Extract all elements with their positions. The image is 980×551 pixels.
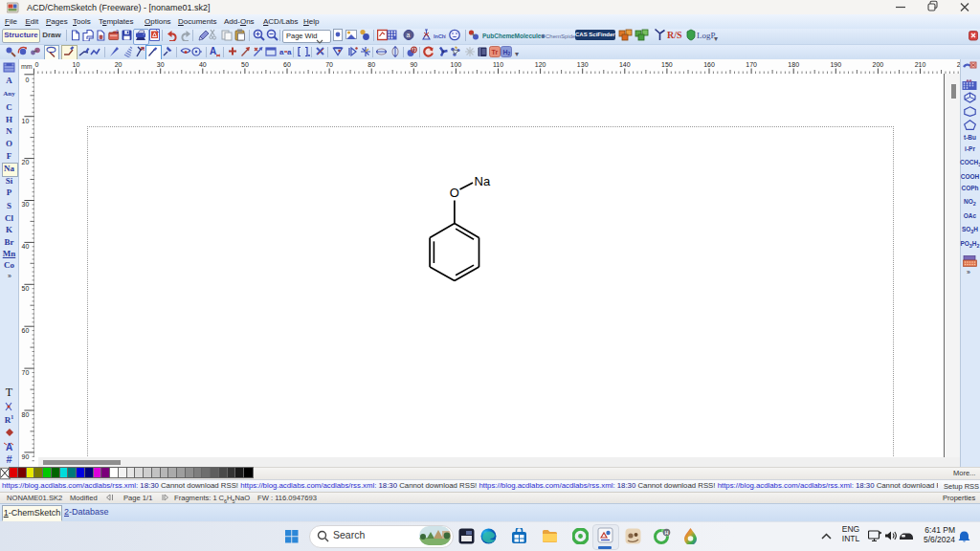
- svg-text:Na: Na: [475, 174, 491, 188]
- svg-text:a: a: [287, 48, 292, 56]
- svg-text:60: 60: [22, 327, 30, 334]
- svg-text:80: 80: [368, 61, 375, 68]
- svg-text:40: 40: [22, 243, 30, 250]
- svg-text:InChI: InChI: [434, 33, 446, 39]
- svg-text:30: 30: [157, 61, 165, 68]
- svg-text:150: 150: [661, 61, 673, 68]
- svg-text:80: 80: [22, 411, 30, 418]
- svg-text:120: 120: [535, 61, 546, 68]
- svg-text:160: 160: [703, 61, 715, 68]
- svg-text:140: 140: [619, 61, 631, 68]
- svg-text:50: 50: [22, 285, 30, 292]
- svg-text:130: 130: [577, 61, 589, 68]
- svg-text:170: 170: [746, 61, 757, 68]
- svg-text:0: 0: [35, 61, 39, 68]
- svg-text:Tr: Tr: [492, 49, 499, 55]
- svg-text:180: 180: [788, 61, 799, 68]
- svg-text:70: 70: [325, 61, 333, 68]
- svg-text:O: O: [450, 186, 459, 200]
- svg-text:190: 190: [830, 61, 841, 68]
- svg-text:210: 210: [915, 61, 926, 68]
- svg-text:90: 90: [410, 61, 417, 68]
- svg-text:2: 2: [508, 51, 511, 56]
- svg-text:a: a: [407, 32, 411, 38]
- svg-text:10: 10: [22, 118, 30, 124]
- svg-text:60: 60: [283, 61, 291, 68]
- svg-text:0: 0: [25, 77, 29, 83]
- svg-text:90: 90: [22, 453, 30, 460]
- svg-text:A: A: [210, 46, 216, 56]
- svg-text:20: 20: [22, 159, 30, 165]
- svg-text:110: 110: [493, 61, 503, 68]
- svg-text:70: 70: [22, 369, 30, 376]
- svg-text:10: 10: [73, 61, 80, 68]
- svg-text:40: 40: [199, 61, 207, 68]
- svg-text:20: 20: [115, 61, 122, 68]
- svg-text:200: 200: [873, 61, 884, 68]
- svg-text:50: 50: [241, 61, 249, 68]
- svg-text:30: 30: [22, 201, 30, 208]
- svg-text:100: 100: [451, 61, 462, 68]
- svg-text:a: a: [279, 48, 284, 56]
- svg-text:H: H: [665, 530, 669, 536]
